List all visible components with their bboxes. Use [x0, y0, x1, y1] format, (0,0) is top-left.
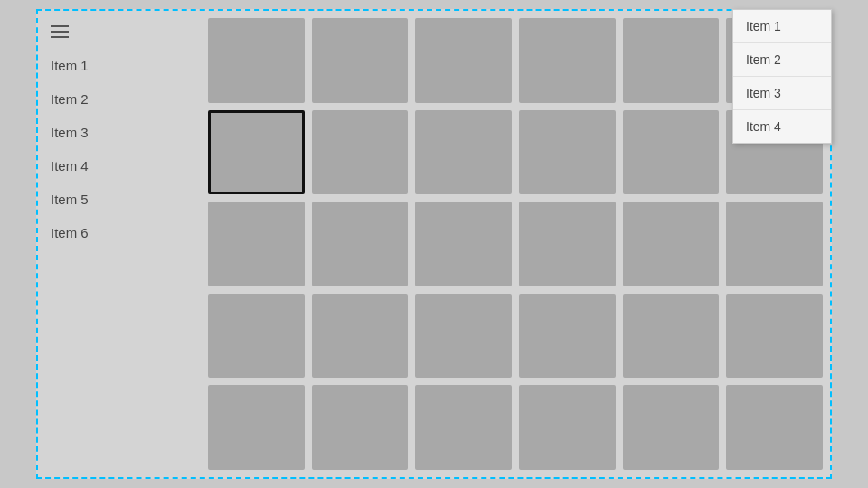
sidebar-item-4[interactable]: Item 4 [38, 149, 201, 183]
dropdown-menu: Item 1 Item 2 Item 3 Item 4 [732, 9, 832, 144]
grid-cell[interactable] [726, 294, 823, 379]
main-container: Item 1 Item 2 Item 3 Item 4 Item 5 Item … [36, 9, 832, 479]
sidebar-item-5[interactable]: Item 5 [38, 183, 201, 216]
dropdown-item-3[interactable]: Item 3 [733, 77, 831, 110]
grid-cell[interactable] [208, 385, 305, 470]
grid-cell[interactable] [519, 110, 616, 195]
grid-cell[interactable] [312, 110, 409, 195]
grid-cell[interactable] [623, 202, 720, 286]
grid-cell[interactable] [312, 18, 409, 103]
sidebar-item-2[interactable]: Item 2 [38, 82, 201, 116]
sidebar: Item 1 Item 2 Item 3 Item 4 Item 5 Item … [38, 11, 201, 477]
dropdown-item-2[interactable]: Item 2 [733, 43, 831, 77]
grid-cell[interactable] [519, 385, 616, 470]
grid-cell[interactable] [312, 385, 409, 470]
sidebar-item-3[interactable]: Item 3 [38, 116, 201, 149]
grid-cell[interactable] [726, 385, 823, 470]
hamburger-menu[interactable] [38, 18, 201, 49]
grid-cell[interactable] [415, 202, 512, 286]
grid-cell[interactable] [312, 202, 409, 286]
dropdown-item-4[interactable]: Item 4 [733, 110, 831, 143]
grid-cell[interactable] [519, 294, 616, 379]
grid-cell[interactable] [208, 110, 305, 195]
grid-cell[interactable] [415, 110, 512, 195]
grid [208, 18, 823, 470]
grid-cell[interactable] [623, 18, 720, 103]
grid-cell[interactable] [415, 294, 512, 379]
grid-cell[interactable] [519, 202, 616, 286]
grid-cell[interactable] [726, 202, 823, 286]
sidebar-item-6[interactable]: Item 6 [38, 216, 201, 249]
grid-cell[interactable] [623, 385, 720, 470]
grid-cell[interactable] [415, 385, 512, 470]
grid-cell[interactable] [415, 18, 512, 103]
grid-cell[interactable] [623, 294, 720, 379]
grid-cell[interactable] [623, 110, 720, 195]
dropdown-item-1[interactable]: Item 1 [733, 10, 831, 43]
grid-cell[interactable] [208, 294, 305, 379]
grid-cell[interactable] [312, 294, 409, 379]
grid-cell[interactable] [208, 18, 305, 103]
sidebar-item-1[interactable]: Item 1 [38, 49, 201, 82]
grid-cell[interactable] [208, 202, 305, 286]
grid-cell[interactable] [519, 18, 616, 103]
